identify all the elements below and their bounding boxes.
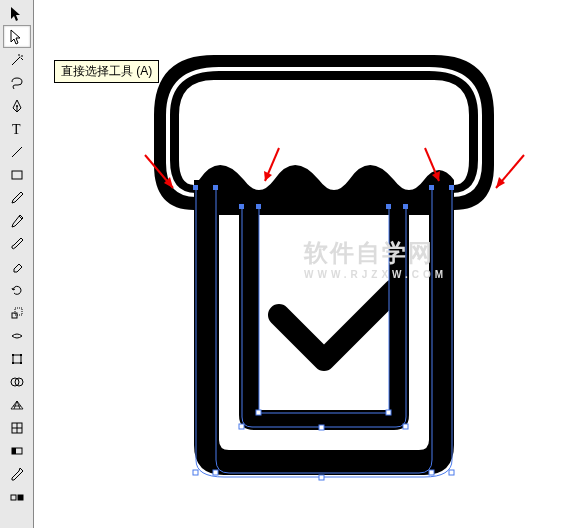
svg-rect-8 <box>12 354 14 356</box>
eraser-tool[interactable] <box>3 255 31 278</box>
blend-tool[interactable] <box>3 485 31 508</box>
svg-rect-7 <box>13 355 21 363</box>
line-segment-tool[interactable] <box>3 140 31 163</box>
svg-rect-18 <box>12 448 16 454</box>
svg-rect-31 <box>429 470 434 475</box>
svg-rect-37 <box>319 475 324 480</box>
svg-rect-38 <box>319 425 324 430</box>
svg-rect-22 <box>213 185 218 190</box>
lasso-tool[interactable] <box>3 71 31 94</box>
rectangle-tool[interactable] <box>3 163 31 186</box>
svg-rect-4 <box>12 171 22 179</box>
clipboard-artwork[interactable] <box>144 55 504 485</box>
svg-rect-20 <box>18 495 23 500</box>
svg-point-0 <box>19 56 20 57</box>
gradient-tool[interactable] <box>3 439 31 462</box>
svg-rect-30 <box>213 470 218 475</box>
rotate-tool[interactable] <box>3 278 31 301</box>
tool-tooltip: 直接选择工具 (A) <box>54 60 159 83</box>
svg-text:T: T <box>12 122 21 137</box>
mesh-tool[interactable] <box>3 416 31 439</box>
width-tool[interactable] <box>3 324 31 347</box>
svg-point-1 <box>16 105 18 107</box>
canvas-area[interactable]: 直接选择工具 (A) <box>34 0 569 528</box>
svg-rect-11 <box>20 362 22 364</box>
selection-tool[interactable] <box>3 2 31 25</box>
paintbrush-tool[interactable] <box>3 186 31 209</box>
eyedropper-tool[interactable] <box>3 462 31 485</box>
svg-rect-32 <box>449 470 454 475</box>
svg-rect-29 <box>193 470 198 475</box>
svg-rect-35 <box>256 410 261 415</box>
perspective-grid-tool[interactable] <box>3 393 31 416</box>
svg-rect-24 <box>256 204 261 209</box>
pencil-tool[interactable] <box>3 209 31 232</box>
svg-rect-36 <box>386 410 391 415</box>
pen-tool[interactable] <box>3 94 31 117</box>
svg-rect-21 <box>193 185 198 190</box>
shape-builder-tool[interactable] <box>3 370 31 393</box>
svg-rect-33 <box>239 424 244 429</box>
type-tool[interactable]: T <box>3 117 31 140</box>
svg-rect-23 <box>239 204 244 209</box>
svg-line-3 <box>12 147 22 157</box>
svg-rect-34 <box>403 424 408 429</box>
svg-rect-9 <box>20 354 22 356</box>
direct-selection-tool[interactable] <box>3 25 31 48</box>
svg-rect-26 <box>403 204 408 209</box>
free-transform-tool[interactable] <box>3 347 31 370</box>
magic-wand-tool[interactable] <box>3 48 31 71</box>
scale-tool[interactable] <box>3 301 31 324</box>
svg-rect-6 <box>15 308 22 315</box>
svg-rect-25 <box>386 204 391 209</box>
svg-rect-10 <box>12 362 14 364</box>
svg-rect-19 <box>11 495 16 500</box>
blob-brush-tool[interactable] <box>3 232 31 255</box>
svg-rect-27 <box>429 185 434 190</box>
svg-rect-28 <box>449 185 454 190</box>
toolbox: T <box>0 0 34 528</box>
